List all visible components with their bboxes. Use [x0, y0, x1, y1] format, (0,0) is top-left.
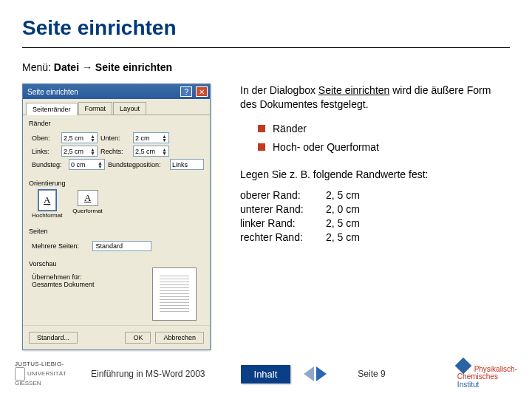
landscape-icon: A	[78, 190, 98, 206]
label-links: Links:	[32, 148, 58, 155]
shield-icon	[15, 367, 25, 381]
label-oben: Oben:	[32, 134, 58, 142]
input-bundsteg[interactable]: 0 cm▲▼	[69, 159, 105, 170]
page-setup-dialog: Seite einrichten ? ✕ Seitenränder Format…	[22, 83, 211, 350]
standard-button[interactable]: Standard...	[29, 332, 78, 344]
bullet-raender: Ränder	[258, 122, 510, 136]
bullet-icon	[258, 143, 265, 151]
cancel-button[interactable]: Abbrechen	[155, 332, 204, 344]
label-rechts: Rechts:	[100, 148, 130, 155]
page-number: Seite 9	[358, 369, 385, 379]
toc-button[interactable]: Inhalt	[241, 365, 291, 383]
menu-datei: Datei	[54, 61, 79, 73]
next-icon[interactable]	[316, 366, 327, 381]
ok-button[interactable]: OK	[125, 332, 151, 344]
group-seiten: Seiten	[23, 223, 210, 236]
dialog-titlebar: Seite einrichten ? ✕	[23, 84, 210, 99]
spinner-icon[interactable]: ▲▼	[90, 134, 95, 142]
spinner-icon[interactable]: ▲▼	[162, 134, 167, 142]
help-button[interactable]: ?	[180, 86, 192, 97]
preview-icon	[152, 267, 197, 321]
arrow-icon: →	[79, 61, 95, 73]
select-uebernehmen[interactable]: Gesamtes Dokument	[32, 281, 95, 288]
input-rechts[interactable]: 2,5 cm▲▼	[133, 146, 169, 157]
example-values: oberer Rand:2, 5 cm unterer Rand:2, 0 cm…	[240, 188, 510, 245]
example-intro: Legen Sie z. B. folgende Randwerte fest:	[240, 168, 510, 182]
tab-layout[interactable]: Layout	[113, 102, 146, 115]
margin-fields: Oben: 2,5 cm▲▼ Unten: 2 cm▲▼ Links: 2,5 …	[23, 129, 210, 175]
university-logo: JUSTUS-LIEBIG- UNIVERSITÄT GIESSEN	[15, 361, 85, 387]
orientation-portrait[interactable]: A Hochformat	[32, 190, 62, 219]
bullet-format: Hoch- oder Querformat	[258, 140, 510, 154]
input-links[interactable]: 2,5 cm▲▼	[61, 146, 98, 157]
prev-icon[interactable]	[304, 366, 314, 381]
input-oben[interactable]: 2,5 cm▲▼	[61, 132, 98, 143]
underlined-term: Seite einrichten	[318, 84, 390, 96]
description-column: In der Dialogbox Seite einrichten wird d…	[240, 83, 510, 350]
lecture-title: Einführung in MS-Word 2003	[91, 369, 205, 379]
slide-footer: JUSTUS-LIEBIG- UNIVERSITÄT GIESSEN Einfü…	[0, 354, 532, 400]
dialog-title: Seite einrichten	[27, 88, 78, 96]
label-mehrere-seiten: Mehrere Seiten:	[32, 242, 79, 250]
label-unten: Unten:	[100, 134, 130, 142]
spinner-icon[interactable]: ▲▼	[98, 161, 103, 168]
select-bundpos[interactable]: Links	[170, 159, 204, 170]
institute-logo: Physikalisch- Chemisches Institut	[457, 360, 517, 389]
group-orientation: Orientierung	[23, 175, 210, 188]
input-unten[interactable]: 2 cm▲▼	[133, 132, 169, 143]
tab-format[interactable]: Format	[78, 102, 113, 115]
description-text: In der Dialogbox Seite einrichten wird d…	[240, 83, 510, 112]
nav-arrows	[304, 366, 327, 381]
dialog-tabs: Seitenränder Format Layout	[23, 99, 210, 115]
bullet-icon	[258, 125, 265, 132]
page-title: Seite einrichten	[0, 0, 532, 47]
spinner-icon[interactable]: ▲▼	[162, 148, 167, 155]
hex-icon	[455, 357, 472, 374]
label-bundpos: Bundstegposition:	[108, 161, 167, 168]
portrait-icon: A	[38, 190, 56, 211]
orientation-landscape[interactable]: A Querformat	[72, 190, 102, 219]
group-raender: Ränder	[23, 115, 210, 129]
close-button[interactable]: ✕	[196, 86, 208, 97]
spinner-icon[interactable]: ▲▼	[90, 148, 95, 155]
menu-prefix: Menü:	[22, 61, 54, 73]
select-mehrere-seiten[interactable]: Standard	[92, 241, 151, 251]
divider	[22, 47, 510, 48]
label-bundsteg: Bundsteg:	[32, 161, 66, 168]
menu-seite-einrichten: Seite einrichten	[95, 61, 172, 73]
tab-margins[interactable]: Seitenränder	[26, 103, 78, 115]
menu-path: Menü: Datei → Seite einrichten	[0, 61, 532, 73]
